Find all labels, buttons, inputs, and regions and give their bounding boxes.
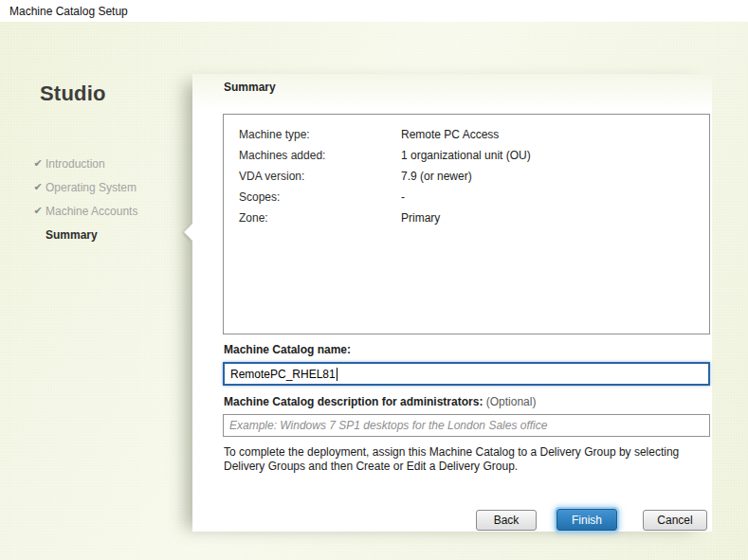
summary-row-value: -: [401, 190, 405, 204]
machine-catalog-setup-window: Machine Catalog Setup Studio ✔Introducti…: [0, 0, 748, 560]
page-title: Summary: [224, 81, 276, 94]
step-label: Summary: [46, 228, 98, 242]
step-label: Operating System: [46, 181, 137, 194]
summary-row-label: Scopes:: [239, 190, 401, 204]
title-bar: Machine Catalog Setup: [0, 0, 748, 22]
check-icon: ✔: [31, 205, 45, 217]
machine-catalog-name-label: Machine Catalog name:: [224, 343, 351, 356]
sidebar-step-operating-system[interactable]: ✔Operating System: [0, 175, 190, 199]
step-label: Introduction: [46, 157, 105, 171]
current-step-pointer: [184, 224, 192, 241]
description-label: Machine Catalog description for administ…: [224, 395, 536, 408]
summary-row-value: Primary: [401, 211, 440, 225]
summary-row-label: Machine type:: [239, 128, 401, 141]
summary-row-label: Zone:: [239, 211, 401, 225]
summary-row-value: 7.9 (or newer): [401, 170, 472, 183]
cancel-button[interactable]: Cancel: [643, 510, 707, 531]
finish-button[interactable]: Finish: [556, 509, 617, 531]
wizard-steps: ✔Introduction✔Operating System✔Machine A…: [0, 152, 190, 246]
summary-row: Scopes:-: [239, 190, 709, 211]
optional-hint: (Optional): [483, 395, 536, 408]
step-label: Machine Accounts: [46, 205, 137, 218]
sidebar-step-introduction[interactable]: ✔Introduction: [0, 152, 190, 175]
back-button[interactable]: Back: [476, 510, 537, 531]
sidebar-step-machine-accounts[interactable]: ✔Machine Accounts: [0, 199, 190, 223]
description-input[interactable]: [223, 414, 710, 437]
summary-row-value: 1 organizational unit (OU): [401, 149, 531, 162]
machine-catalog-name-input[interactable]: RemotePC_RHEL81: [223, 362, 710, 386]
content-panel: Summary Machine type:Remote PC AccessMac…: [192, 74, 712, 532]
studio-brand: Studio: [40, 81, 106, 106]
summary-row-label: VDA version:: [239, 170, 401, 183]
check-icon: ✔: [31, 157, 45, 170]
summary-box: Machine type:Remote PC AccessMachines ad…: [223, 114, 710, 334]
window-title: Machine Catalog Setup: [9, 5, 128, 18]
check-icon: ✔: [31, 181, 45, 193]
summary-row: Machines added:1 organizational unit (OU…: [239, 149, 709, 170]
text-caret: [337, 368, 338, 381]
sidebar-step-summary[interactable]: Summary: [0, 223, 190, 246]
summary-row: Machine type:Remote PC Access: [239, 128, 709, 149]
name-input-value: RemotePC_RHEL81: [230, 368, 336, 381]
summary-row: Zone:Primary: [239, 211, 709, 232]
deployment-instruction-text: To complete the deployment, assign this …: [224, 445, 702, 474]
summary-row-label: Machines added:: [239, 149, 401, 162]
summary-row-value: Remote PC Access: [401, 128, 499, 141]
summary-row: VDA version:7.9 (or newer): [239, 170, 709, 190]
